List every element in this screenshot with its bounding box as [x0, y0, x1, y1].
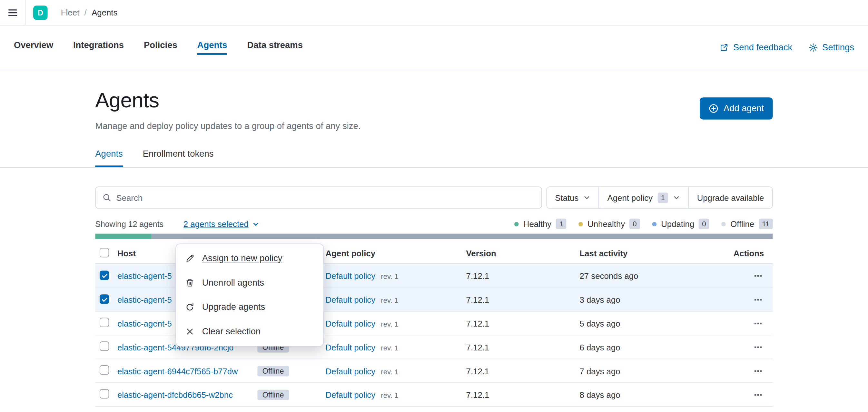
menu-item-label: Clear selection: [202, 326, 261, 337]
row-actions-button[interactable]: [752, 368, 764, 374]
policy-link[interactable]: Default policy: [326, 342, 376, 352]
agent-policy-filter-count: 1: [657, 192, 668, 203]
tab-policies[interactable]: Policies: [144, 40, 177, 55]
legend-count-badge: 0: [699, 219, 709, 229]
last-activity: 3 days ago: [580, 295, 723, 304]
row-checkbox[interactable]: [100, 341, 109, 351]
legend-label: Offline: [730, 219, 754, 228]
page-header: Agents Manage and deploy policy updates …: [0, 70, 868, 168]
host-link[interactable]: elastic-agent-5: [117, 271, 172, 280]
plus-circle-icon: [709, 103, 719, 114]
legend-label: Unhealthy: [587, 219, 625, 228]
tab-enrollment-tokens[interactable]: Enrollment tokens: [143, 149, 214, 167]
legend-count-badge: 1: [556, 219, 566, 229]
row-checkbox[interactable]: [100, 318, 109, 327]
cross-icon: [185, 327, 194, 336]
last-activity: 8 days ago: [580, 390, 723, 400]
row-checkbox[interactable]: [100, 389, 109, 399]
agent-version: 7.12.1: [466, 366, 580, 376]
upgrade-available-filter-button[interactable]: Upgrade available: [688, 187, 772, 208]
policy-link[interactable]: Default policy: [326, 390, 376, 400]
hamburger-icon: [8, 9, 17, 16]
space-avatar[interactable]: D: [33, 5, 48, 20]
updating-dot-icon: [652, 222, 657, 226]
agent-policy-filter-label: Agent policy: [608, 193, 653, 202]
tab-integrations[interactable]: Integrations: [73, 40, 124, 55]
row-actions-button[interactable]: [752, 320, 764, 326]
health-bar-fill: [95, 234, 152, 239]
last-activity: 7 days ago: [580, 366, 723, 376]
host-link[interactable]: elastic-agent-5: [117, 318, 172, 328]
breadcrumb-fleet[interactable]: Fleet: [61, 8, 79, 17]
agent-version: 7.12.1: [466, 295, 580, 304]
column-header-policy[interactable]: Agent policy: [326, 249, 466, 258]
row-actions-button[interactable]: [752, 392, 764, 398]
nav-actions: Send feedback Settings: [720, 42, 854, 53]
row-actions-button[interactable]: [752, 344, 764, 350]
agent-version: 7.12.1: [466, 390, 580, 400]
search-input[interactable]: [116, 193, 535, 202]
tab-agents[interactable]: Agents: [197, 40, 227, 55]
select-all-checkbox[interactable]: [100, 248, 109, 257]
settings-label: Settings: [822, 42, 854, 53]
tab-agents-list[interactable]: Agents: [95, 149, 123, 167]
legend-count-badge: 11: [759, 219, 773, 229]
menu-item-assign-to-new-policy[interactable]: Assign to new policy: [176, 246, 323, 271]
menu-toggle-button[interactable]: [0, 0, 26, 25]
row-actions-button[interactable]: [752, 296, 764, 303]
last-activity: 27 seconds ago: [580, 271, 723, 280]
tab-overview[interactable]: Overview: [14, 40, 53, 55]
status-filter-button[interactable]: Status: [547, 187, 599, 208]
column-header-last-activity[interactable]: Last activity: [580, 249, 723, 258]
breadcrumb: Fleet / Agents: [61, 8, 118, 17]
policy-link[interactable]: Default policy: [326, 318, 376, 328]
row-checkbox[interactable]: [100, 295, 109, 304]
add-agent-button[interactable]: Add agent: [700, 97, 773, 120]
policy-revision: rev. 1: [381, 272, 398, 281]
agents-health-bar: [95, 234, 773, 239]
refresh-icon: [185, 303, 194, 311]
menu-item-label: Unenroll agents: [202, 278, 264, 288]
showing-count: Showing 12 agents: [95, 220, 163, 228]
policy-link[interactable]: Default policy: [326, 295, 376, 304]
status-filter-label: Status: [555, 193, 579, 202]
summary-row: Showing 12 agents 2 agents selected Heal…: [95, 219, 773, 229]
column-header-version[interactable]: Version: [466, 249, 580, 258]
legend-item-offline: Offline 11: [722, 219, 773, 229]
policy-revision: rev. 1: [381, 367, 398, 376]
search-icon: [102, 193, 111, 202]
policy-link[interactable]: Default policy: [326, 366, 376, 376]
policy-link[interactable]: Default policy: [326, 271, 376, 280]
agent-version: 7.12.1: [466, 342, 580, 352]
policy-revision: rev. 1: [381, 391, 398, 400]
host-link[interactable]: elastic-agent-6944c7f565-b77dw: [117, 366, 238, 376]
send-feedback-link[interactable]: Send feedback: [720, 42, 792, 53]
selection-actions-menu: Assign to new policy Unenroll agents Upg…: [176, 244, 324, 346]
page-tabs: Agents Enrollment tokens: [95, 149, 773, 167]
host-link[interactable]: elastic-agent-5: [117, 295, 172, 304]
agent-policy-filter-button[interactable]: Agent policy 1: [598, 187, 688, 208]
app-window: D Fleet / Agents Overview Integrations P…: [0, 0, 868, 412]
menu-item-unenroll-agents[interactable]: Unenroll agents: [176, 271, 323, 295]
row-checkbox[interactable]: [100, 271, 109, 280]
menu-item-label: Upgrade agents: [202, 302, 265, 312]
row-checkbox[interactable]: [100, 365, 109, 375]
agents-selected-dropdown[interactable]: 2 agents selected: [183, 219, 259, 228]
agents-toolbar: Status Agent policy 1 Upgrade available: [95, 187, 773, 209]
settings-link[interactable]: Settings: [809, 42, 854, 53]
external-link-icon: [720, 43, 729, 52]
agent-version: 7.12.1: [466, 271, 580, 280]
pencil-icon: [185, 254, 194, 263]
fleet-nav-tabs: Overview Integrations Policies Agents Da…: [14, 40, 303, 55]
menu-item-label: Assign to new policy: [202, 253, 282, 263]
agent-version: 7.12.1: [466, 318, 580, 328]
status-legend: Healthy 1 Unhealthy 0 Updating 0 Offline…: [514, 219, 773, 229]
policy-revision: rev. 1: [381, 296, 398, 304]
gear-icon: [809, 43, 818, 52]
tab-data-streams[interactable]: Data streams: [247, 40, 303, 55]
row-actions-button[interactable]: [752, 273, 764, 279]
host-link[interactable]: elastic-agent-dfcbd6b65-w2bnc: [117, 390, 233, 400]
legend-item-updating: Updating 0: [652, 219, 709, 229]
menu-item-clear-selection[interactable]: Clear selection: [176, 319, 323, 344]
menu-item-upgrade-agents[interactable]: Upgrade agents: [176, 295, 323, 319]
